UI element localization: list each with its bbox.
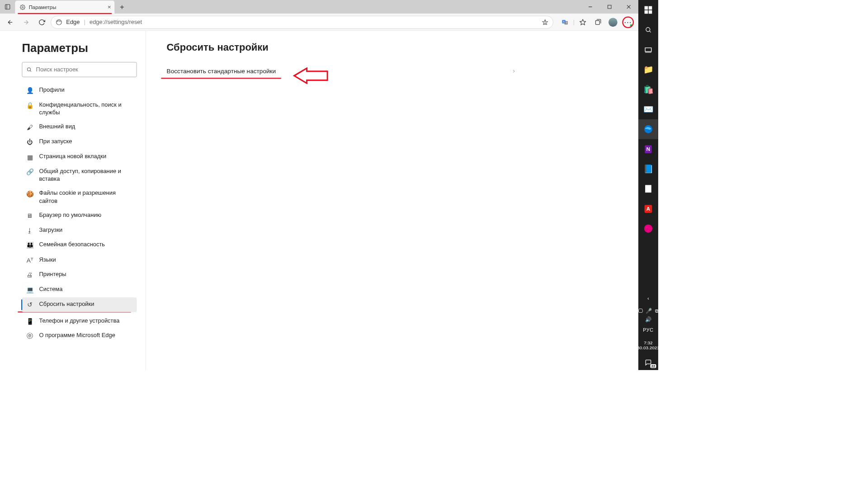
sidebar-item-0[interactable]: 👤Профили	[22, 83, 137, 98]
svg-line-19	[650, 31, 651, 33]
taskbar-edge[interactable]	[638, 119, 658, 139]
tray-clock[interactable]: 7:32 30.03.2021	[637, 338, 659, 355]
taskbar-explorer[interactable]: 📁	[638, 60, 658, 80]
gear-icon	[20, 5, 25, 10]
window-maximize-button[interactable]	[600, 0, 619, 14]
sidebar-item-5[interactable]: 🔗Общий доступ, копирование и вставка	[22, 164, 137, 186]
sidebar-item-label: Профили	[39, 86, 64, 94]
sidebar-item-6[interactable]: 🍪Файлы cookie и разрешения сайтов	[22, 186, 137, 208]
svg-rect-15	[595, 20, 599, 24]
profile-button[interactable]	[606, 15, 620, 29]
sidebar-item-label: Принтеры	[39, 271, 66, 278]
sidebar-item-10[interactable]: AᵀЯзыки	[22, 253, 137, 267]
tab-title: Параметры	[29, 4, 57, 10]
sidebar-item-icon: 🔗	[26, 168, 34, 176]
tray-display-icon[interactable]: 🖵	[638, 308, 643, 314]
taskbar-store[interactable]: 🛍️	[638, 80, 658, 99]
sidebar-item-icon: Aᵀ	[26, 256, 34, 264]
sidebar-item-label: Семейная безопасность	[39, 241, 105, 249]
sidebar-item-14[interactable]: 📱Телефон и другие устройства	[22, 314, 137, 329]
back-button[interactable]	[4, 15, 17, 29]
sidebar-item-label: Конфиденциальность, поиск и службы	[39, 101, 132, 117]
taskbar-acrobat[interactable]: A	[638, 199, 658, 219]
restore-defaults-row[interactable]: Восстановить стандартные настройки	[167, 63, 516, 80]
annotation-underline	[161, 78, 281, 79]
sidebar-item-label: Загрузки	[39, 226, 62, 234]
taskbar-app-pink[interactable]	[638, 219, 658, 239]
windows-taskbar: 📁 🛍️ ✉️ N 📘 A ‹ 🖵 🎤 ⧉ 🔊 РУС 7:32 30.03.2…	[638, 0, 658, 370]
tab-actions-button[interactable]	[0, 0, 15, 14]
svg-rect-4	[608, 5, 611, 9]
sidebar-title: Параметры	[22, 41, 137, 55]
tray-expand-button[interactable]: ‹	[647, 295, 649, 306]
svg-rect-20	[645, 48, 651, 52]
sidebar-item-3[interactable]: ⏻При запуске	[22, 135, 137, 150]
sidebar-item-icon: 🍪	[26, 190, 34, 198]
sidebar-item-13[interactable]: ↺Сбросить настройки	[22, 297, 137, 312]
svg-rect-0	[5, 5, 10, 9]
titlebar: Параметры × +	[0, 0, 638, 14]
task-view-button[interactable]	[638, 40, 658, 60]
sidebar-item-8[interactable]: ⭳Загрузки	[22, 223, 137, 238]
refresh-button[interactable]	[35, 15, 48, 29]
svg-text:文: 文	[566, 21, 568, 24]
browser-tab-active[interactable]: Параметры ×	[15, 1, 114, 14]
annotation-arrow	[292, 67, 329, 84]
new-tab-button[interactable]: +	[114, 1, 129, 14]
search-input[interactable]	[36, 66, 132, 73]
tray-mic-icon[interactable]: 🎤	[646, 308, 652, 314]
sidebar-item-1[interactable]: 🔒Конфиденциальность, поиск и службы	[22, 98, 137, 120]
sidebar-item-4[interactable]: ▦Страница новой вкладки	[22, 150, 137, 164]
action-center-button[interactable]: 22	[638, 355, 658, 370]
taskbar-app-blue[interactable]: 📘	[638, 159, 658, 179]
favorites-button[interactable]	[576, 15, 590, 29]
menu-button[interactable]: ⋯	[621, 15, 635, 29]
toolbar: Edge | edge://settings/reset A文 | ⋯	[0, 14, 638, 31]
sidebar-item-15[interactable]: ⓔО программе Microsoft Edge	[22, 328, 137, 343]
sidebar-item-icon: 🖥	[26, 211, 34, 220]
sidebar-item-label: Сбросить настройки	[39, 300, 94, 308]
site-label: Edge	[66, 19, 80, 25]
window-minimize-button[interactable]	[581, 0, 600, 14]
search-icon	[26, 67, 32, 72]
annotation-circle	[622, 16, 634, 28]
windows-logo-icon	[645, 6, 652, 14]
sidebar-item-label: Языки	[39, 256, 56, 263]
sidebar-item-icon: 💻	[26, 286, 34, 294]
taskbar-app-doc[interactable]	[638, 179, 658, 199]
window-close-button[interactable]	[619, 0, 638, 14]
chevron-right-icon	[511, 69, 516, 74]
sidebar-item-icon: ⏻	[26, 138, 34, 146]
tab-close-button[interactable]: ×	[108, 4, 111, 11]
taskbar-mail[interactable]: ✉️	[638, 99, 658, 119]
tray-icons[interactable]: 🖵 🎤 ⧉	[638, 306, 659, 316]
sidebar-item-icon: ⓔ	[26, 332, 34, 340]
sidebar-item-12[interactable]: 💻Система	[22, 282, 137, 297]
translate-button[interactable]: A文	[558, 15, 571, 29]
url-text: edge://settings/reset	[90, 19, 142, 25]
taskbar-search-button[interactable]	[638, 20, 658, 40]
tray-project-icon[interactable]: ⧉	[655, 308, 659, 314]
sidebar-item-2[interactable]: 🖌Внешний вид	[22, 120, 137, 135]
settings-search[interactable]	[22, 62, 137, 77]
address-bar[interactable]: Edge | edge://settings/reset	[51, 16, 553, 29]
sidebar-item-7[interactable]: 🖥Браузер по умолчанию	[22, 208, 137, 223]
sidebar-item-11[interactable]: 🖨Принтеры	[22, 267, 137, 282]
sidebar-item-9[interactable]: 👪Семейная безопасность	[22, 238, 137, 253]
sidebar-item-label: Система	[39, 286, 62, 293]
sidebar-item-label: Страница новой вкладки	[39, 153, 106, 160]
tray-volume-button[interactable]: 🔊	[645, 316, 651, 327]
page-title: Сбросить настройки	[167, 42, 618, 53]
reading-mode-icon[interactable]	[542, 19, 548, 25]
taskbar-onenote[interactable]: N	[638, 139, 658, 159]
collections-button[interactable]	[591, 15, 604, 29]
forward-button[interactable]	[19, 15, 33, 29]
tray-language[interactable]: РУС	[643, 327, 654, 338]
sidebar-item-label: Файлы cookie и разрешения сайтов	[39, 189, 132, 205]
settings-sidebar: Параметры 👤Профили🔒Конфиденциальность, п…	[0, 31, 146, 370]
sidebar-item-icon: 📱	[26, 317, 34, 325]
sidebar-item-icon: ▦	[26, 153, 34, 161]
sidebar-item-label: Общий доступ, копирование и вставка	[39, 168, 132, 183]
sidebar-item-label: Внешний вид	[39, 123, 75, 131]
start-button[interactable]	[638, 0, 658, 20]
